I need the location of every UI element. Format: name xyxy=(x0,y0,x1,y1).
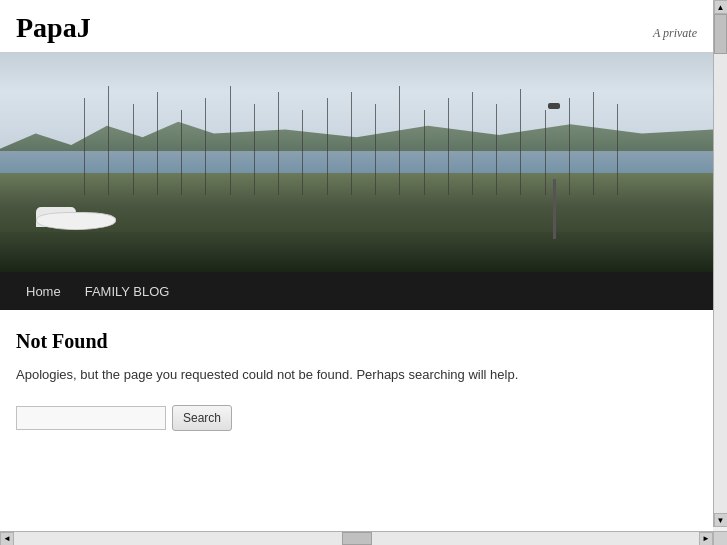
scroll-track-horizontal[interactable] xyxy=(14,532,699,545)
boat-hull xyxy=(36,212,116,230)
scroll-down-arrow[interactable]: ▼ xyxy=(714,513,728,527)
search-button[interactable]: Search xyxy=(172,405,232,431)
scrollbar-corner xyxy=(713,531,727,545)
site-title: PapaJ xyxy=(16,12,91,44)
navigation-bar: Home FAMILY BLOG xyxy=(0,272,713,310)
scrollbar-horizontal: ◄ ► xyxy=(0,531,713,545)
hero-image xyxy=(0,52,713,272)
search-input[interactable] xyxy=(16,406,166,430)
masts-group xyxy=(36,74,642,195)
nav-item-family-blog[interactable]: FAMILY BLOG xyxy=(75,276,180,307)
scroll-right-arrow[interactable]: ► xyxy=(699,532,713,546)
scroll-up-arrow[interactable]: ▲ xyxy=(714,0,728,14)
not-found-message: Apologies, but the page you requested co… xyxy=(16,365,697,385)
browser-window: PapaJ A private xyxy=(0,0,727,545)
scroll-left-arrow[interactable]: ◄ xyxy=(0,532,14,546)
scroll-track-vertical[interactable] xyxy=(714,14,727,513)
not-found-heading: Not Found xyxy=(16,330,697,353)
scroll-thumb-vertical[interactable] xyxy=(714,14,727,54)
lamp-head xyxy=(548,103,560,109)
scrollbar-vertical: ▲ ▼ xyxy=(713,0,727,527)
lamp-post xyxy=(553,179,556,239)
boats-group xyxy=(0,204,713,237)
search-form: Search xyxy=(16,405,697,431)
nav-item-home[interactable]: Home xyxy=(16,276,71,307)
foreground-layer xyxy=(0,232,713,272)
page-content: PapaJ A private xyxy=(0,0,713,531)
site-header: PapaJ A private xyxy=(0,0,713,52)
main-content: Not Found Apologies, but the page you re… xyxy=(0,310,713,471)
site-tagline: A private xyxy=(653,26,697,41)
scroll-thumb-horizontal[interactable] xyxy=(342,532,372,545)
